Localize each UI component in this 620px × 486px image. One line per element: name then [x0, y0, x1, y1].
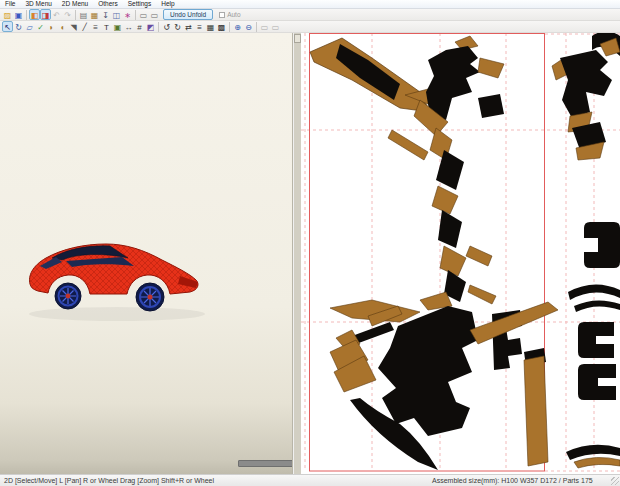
- app-window: File 3D Menu 2D Menu Others Settings Hel…: [0, 0, 620, 486]
- main-area: [0, 33, 620, 474]
- show-texture-toggle-icon[interactable]: ◧: [29, 9, 40, 20]
- car-front-wheel: [55, 283, 81, 309]
- main-toolbar: ▨▣◧◨↶↷▤▦↧◫∗▭▭ Undo Unfold Auto: [0, 9, 620, 21]
- menu-file[interactable]: File: [0, 0, 20, 8]
- view-2d-window-icon[interactable]: ▭: [149, 9, 160, 20]
- add-text-icon[interactable]: T: [101, 21, 112, 32]
- flip-part-icon[interactable]: ⇄: [183, 21, 194, 32]
- status-hint-text: 2D [Select/Move] L [Pan] R or Wheel Drag…: [4, 477, 214, 484]
- view-3d-window-icon[interactable]: ▭: [138, 9, 149, 20]
- status-assembled-size: Assembled size(mm): H100 W357 D172 / Par…: [432, 477, 593, 484]
- pack-pages-icon[interactable]: ▩: [216, 21, 227, 32]
- unfolded-part-floor-pan[interactable]: [330, 292, 558, 470]
- resize-grip[interactable]: [611, 477, 619, 485]
- redo-icon: ↷: [62, 9, 73, 20]
- move-part-icon[interactable]: ✓: [35, 21, 46, 32]
- print-icon[interactable]: ▤: [78, 9, 89, 20]
- checkbox-box[interactable]: [219, 12, 225, 18]
- open-file-icon[interactable]: ▨: [2, 9, 13, 20]
- texture-settings-icon[interactable]: ∗: [122, 9, 133, 20]
- splitter-scroll-button[interactable]: [294, 34, 301, 43]
- measure-icon[interactable]: ↔: [123, 21, 134, 32]
- actual-size-icon: ▭: [270, 21, 281, 32]
- edit-toolbar: ↖↻▱✓◗◖◥╱≡T▣↔#◩↺↻⇄≡▦▩⊕⊖▭▭: [0, 21, 620, 33]
- arrange-parts-icon[interactable]: ▦: [205, 21, 216, 32]
- toolbar-separator: [75, 10, 76, 20]
- select-move-icon[interactable]: ↖: [2, 21, 13, 32]
- align-parts-icon[interactable]: ≡: [194, 21, 205, 32]
- menu-help[interactable]: Help: [156, 0, 179, 8]
- divide-part-icon[interactable]: ◗: [46, 21, 57, 32]
- edge-id-icon[interactable]: #: [134, 21, 145, 32]
- show-flaps-toggle-icon[interactable]: ◨: [40, 9, 51, 20]
- pattern-canvas: [301, 33, 620, 474]
- toolbar-separator: [229, 22, 230, 32]
- copy-page-icon[interactable]: ◫: [111, 9, 122, 20]
- material-icon[interactable]: ◩: [145, 21, 156, 32]
- pane-splitter[interactable]: [294, 33, 301, 474]
- status-bar: 2D [Select/Move] L [Pan] R or Wheel Drag…: [0, 474, 620, 486]
- edit-flap-icon[interactable]: ◥: [68, 21, 79, 32]
- menu-2d-menu[interactable]: 2D Menu: [57, 0, 93, 8]
- rotate-view-icon[interactable]: ↻: [13, 21, 24, 32]
- export-icon[interactable]: ▦: [89, 9, 100, 20]
- box-select-icon[interactable]: ▱: [24, 21, 35, 32]
- auto-unfold-checkbox[interactable]: Auto: [219, 11, 240, 18]
- viewport-2d-pattern[interactable]: [301, 33, 620, 474]
- viewport-3d-hscrollbar-thumb[interactable]: [238, 460, 293, 467]
- toolbar-separator: [135, 10, 136, 20]
- car-rear-wheel: [136, 283, 164, 311]
- check-parts-icon[interactable]: ≡: [90, 21, 101, 32]
- fit-window-icon: ▭: [259, 21, 270, 32]
- menu-bar: File 3D Menu 2D Menu Others Settings Hel…: [0, 0, 620, 9]
- menu-others[interactable]: Others: [93, 0, 123, 8]
- rotate-right-icon[interactable]: ↻: [172, 21, 183, 32]
- toolbar-separator: [256, 22, 257, 32]
- unfold-button[interactable]: Undo Unfold: [163, 9, 213, 20]
- unfolded-part-right-column[interactable]: [552, 33, 620, 468]
- import-icon[interactable]: ↧: [100, 9, 111, 20]
- menu-3d-menu[interactable]: 3D Menu: [20, 0, 56, 8]
- save-file-icon[interactable]: ▣: [13, 9, 24, 20]
- toolbar-separator: [158, 22, 159, 32]
- edge-cut-icon[interactable]: ╱: [79, 21, 90, 32]
- join-part-icon[interactable]: ◖: [57, 21, 68, 32]
- car-shadow: [29, 307, 205, 321]
- unfolded-part-bumper-strip[interactable]: [310, 38, 432, 112]
- zoom-in-icon[interactable]: ⊕: [232, 21, 243, 32]
- menu-settings[interactable]: Settings: [123, 0, 157, 8]
- rotate-left-icon[interactable]: ↺: [161, 21, 172, 32]
- viewport-3d[interactable]: [0, 33, 293, 474]
- auto-unfold-label: Auto: [227, 11, 240, 18]
- add-image-icon[interactable]: ▣: [112, 21, 123, 32]
- car-model-3d[interactable]: [22, 236, 207, 336]
- zoom-out-icon[interactable]: ⊖: [243, 21, 254, 32]
- undo-icon: ↶: [51, 9, 62, 20]
- toolbar-separator: [26, 10, 27, 20]
